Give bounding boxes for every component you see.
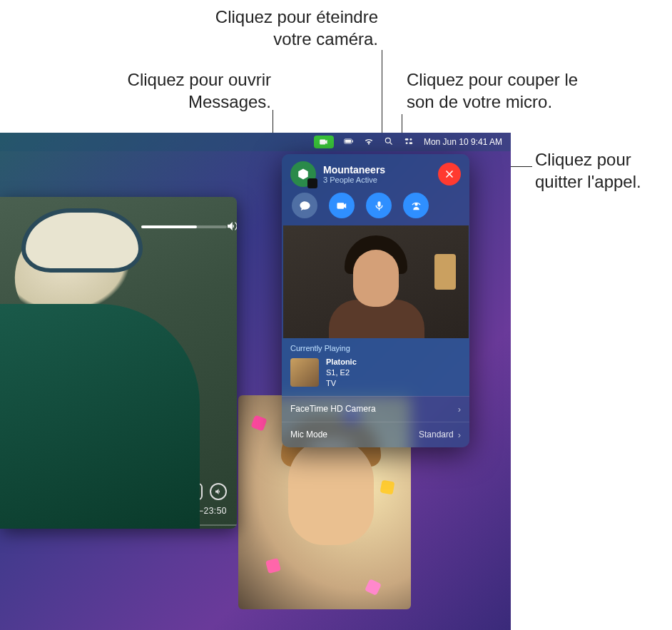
- group-avatar: [290, 161, 316, 187]
- volume-slider[interactable]: [141, 225, 227, 228]
- shareplay-video-player[interactable]: FR/EN −23:50: [0, 197, 237, 529]
- svg-line-4: [390, 142, 392, 144]
- now-playing-title: Platonic: [326, 357, 357, 367]
- callout-leave-call: Cliquez pourquitter l'appel.: [535, 148, 663, 193]
- now-playing-episode: S1, E2: [326, 367, 357, 378]
- menubar-datetime[interactable]: Mon Jun 10 9:41 AM: [424, 137, 502, 147]
- subtitles-button[interactable]: FR/EN: [184, 483, 203, 500]
- search-icon[interactable]: [384, 136, 394, 148]
- mic-mode-row[interactable]: Mic Mode Standard ›: [282, 422, 469, 447]
- battery-icon: [344, 136, 354, 148]
- now-playing-label: Currently Playing: [290, 344, 461, 357]
- volume-icon: [225, 220, 237, 235]
- wifi-icon: [364, 136, 374, 148]
- desktop-background: Mon Jun 10 9:41 AM FR/EN −23:50: [0, 133, 511, 630]
- svg-rect-1: [345, 139, 352, 142]
- camera-select-label: FaceTime HD Camera: [290, 404, 376, 414]
- progress-bar[interactable]: [0, 524, 237, 526]
- toggle-mic-button[interactable]: [366, 193, 392, 218]
- svg-point-7: [409, 138, 412, 140]
- callout-camera-off: Cliquez pour éteindrevotre caméra.: [178, 6, 378, 50]
- svg-point-8: [406, 142, 408, 144]
- shareplay-button[interactable]: [403, 193, 429, 218]
- callout-mute-mic: Cliquez pour couper leson de votre micro…: [407, 68, 614, 113]
- time-remaining: −23:50: [198, 506, 227, 516]
- svg-rect-6: [409, 142, 413, 144]
- now-playing-artwork: [290, 358, 319, 387]
- airplay-button[interactable]: [210, 483, 227, 500]
- control-center-icon[interactable]: [404, 136, 414, 148]
- player-controls: FR/EN −23:50: [184, 483, 227, 516]
- group-subtitle: 3 People Active: [323, 176, 385, 184]
- toggle-camera-button[interactable]: [329, 193, 355, 218]
- chevron-right-icon: ›: [458, 430, 461, 440]
- open-messages-button[interactable]: [292, 193, 317, 218]
- camera-select-row[interactable]: FaceTime HD Camera ›: [282, 396, 469, 422]
- mic-mode-label: Mic Mode: [290, 430, 327, 440]
- group-name: Mountaneers: [323, 164, 385, 176]
- svg-point-3: [385, 138, 390, 143]
- callout-open-messages: Cliquez pour ouvrirMessages.: [86, 68, 271, 113]
- now-playing-section: Currently Playing Platonic S1, E2 TV: [282, 338, 469, 396]
- facetime-control-panel: Mountaneers 3 People Active: [282, 154, 469, 447]
- facetime-menubar-icon[interactable]: [314, 136, 334, 148]
- menubar: Mon Jun 10 9:41 AM: [0, 133, 511, 151]
- chevron-right-icon: ›: [458, 404, 461, 415]
- svg-rect-5: [405, 138, 409, 140]
- svg-rect-2: [352, 140, 353, 142]
- self-view: [283, 225, 469, 338]
- mic-mode-value: Standard: [419, 430, 454, 440]
- now-playing-source: TV: [326, 378, 357, 389]
- leave-call-button[interactable]: [438, 163, 461, 186]
